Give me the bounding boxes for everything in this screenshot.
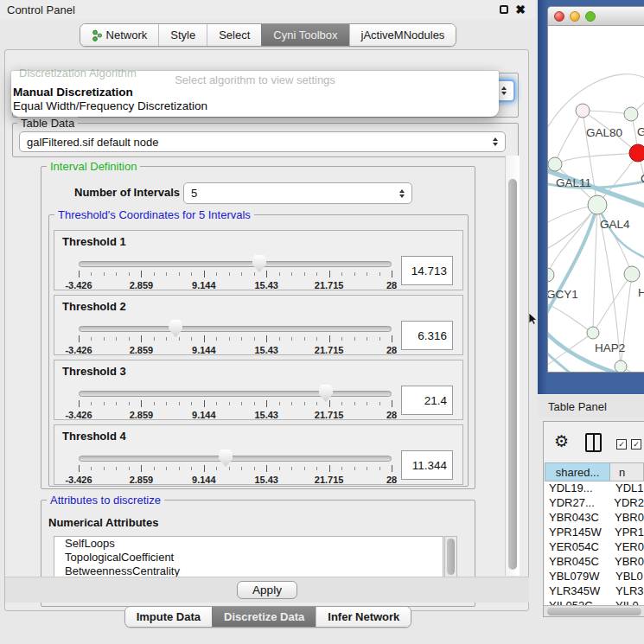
settings-gear-icon[interactable]: ⚙ xyxy=(554,431,569,450)
tab-impute-data[interactable]: Impute Data xyxy=(125,607,212,627)
right-side-area: GAL80GAGAL11CGAL4GCY1HHAP2 Table Panel ⚙… xyxy=(538,0,644,644)
table-row[interactable]: YDL19...YDL1 xyxy=(545,481,644,496)
slider-scale-labels: -3.4262.8599.14415.4321.71528 xyxy=(79,410,392,420)
network-edge-highlighted xyxy=(597,205,644,258)
network-node-node-top-right[interactable] xyxy=(624,107,638,121)
network-window-titlebar xyxy=(548,7,644,26)
threshold-2-value-field[interactable]: 6.316 xyxy=(401,321,453,350)
tab-infer-network[interactable]: Infer Network xyxy=(316,607,411,627)
table-row[interactable]: YIL052CYIL0 xyxy=(545,599,644,605)
table-row[interactable]: YDR27...YDR2 xyxy=(545,496,644,511)
threshold-1-slider-thumb[interactable] xyxy=(252,255,266,272)
network-node-gcy1[interactable] xyxy=(548,268,554,282)
threshold-2-slider[interactable]: -3.4262.8599.14415.4321.71528 xyxy=(79,318,392,353)
scale-label: 9.144 xyxy=(192,345,216,355)
attribute-item-topologicalcoefficient[interactable]: TopologicalCoefficient xyxy=(54,551,443,564)
threshold-3-slider-thumb[interactable] xyxy=(319,385,333,402)
network-node-gal4[interactable] xyxy=(588,195,607,214)
threshold-3-value-field[interactable]: 21.4 xyxy=(401,386,453,415)
tab-jactivemnodules[interactable]: jActiveMNodules xyxy=(349,24,456,46)
threshold-4-value-field[interactable]: 11.344 xyxy=(401,450,453,480)
tab-network[interactable]: Network xyxy=(80,24,159,46)
column-checkbox-icon[interactable]: ✓ xyxy=(616,439,627,450)
node-label-gal11: GAL11 xyxy=(556,176,591,189)
table-data-combobox[interactable]: galFiltered.sif default node xyxy=(19,131,506,152)
table-cell: YIL052C xyxy=(545,599,610,605)
dropdown-item-manual-discretization[interactable]: Manual Discretization xyxy=(11,86,499,99)
combo-arrows-icon xyxy=(399,189,405,198)
panel-vertical-scrollbar[interactable] xyxy=(505,156,520,576)
scale-label: 9.144 xyxy=(192,410,216,420)
table-row[interactable]: YLR345WYLR3 xyxy=(545,584,644,599)
control-panel-titlebar: Control Panel ✖ xyxy=(0,0,536,19)
threshold-4-slider[interactable]: -3.4262.8599.14415.4321.71528 xyxy=(79,448,392,482)
table-row[interactable]: YPR145WYPR1 xyxy=(545,526,644,540)
table-cell: YBR0 xyxy=(609,511,644,526)
threshold-label: Threshold 2 xyxy=(62,300,126,313)
node-label-c: C xyxy=(641,172,644,185)
scale-label: 21.715 xyxy=(315,475,344,485)
table-rows: YDL19...YDL1YDR27...YDR2YBR043CYBR0YPR14… xyxy=(545,481,644,605)
scrollbar-thumb[interactable] xyxy=(547,608,641,615)
number-of-intervals-combobox[interactable]: 5 xyxy=(183,182,412,204)
scale-label: 28 xyxy=(386,345,397,355)
slider-track[interactable] xyxy=(79,391,392,397)
close-icon[interactable]: ✖ xyxy=(515,5,526,14)
scale-label: 9.144 xyxy=(192,475,216,485)
network-node-gal11[interactable] xyxy=(548,157,562,171)
slider-ticks xyxy=(79,335,392,343)
network-edge xyxy=(555,111,583,164)
tab-select[interactable]: Select xyxy=(207,24,261,46)
tab-style[interactable]: Style xyxy=(158,24,207,46)
network-canvas[interactable]: GAL80GAGAL11CGAL4GCY1HHAP2 xyxy=(548,26,644,373)
table-row[interactable]: YBL079WYBL0 xyxy=(545,570,644,584)
dropdown-item-equal-width-frequency[interactable]: Equal Width/Frequency Discretization xyxy=(11,99,499,113)
slider-track[interactable] xyxy=(79,326,392,332)
network-node-node-right-h[interactable] xyxy=(624,266,640,282)
split-columns-icon[interactable] xyxy=(585,433,602,452)
table-row[interactable]: YBR045CYBR0 xyxy=(545,555,644,570)
attributes-list-scrollbar[interactable] xyxy=(444,536,457,577)
table-cell: YBR0 xyxy=(609,555,644,570)
node-label-gal80: GAL80 xyxy=(586,126,622,139)
threshold-3-slider[interactable]: -3.4262.8599.14415.4321.71528 xyxy=(79,383,392,418)
attribute-item-betweennesscentrality[interactable]: BetweennessCentrality xyxy=(54,564,443,577)
scale-label: 2.859 xyxy=(130,475,154,485)
attribute-item-selfloops[interactable]: SelfLoops xyxy=(54,537,443,551)
table-row[interactable]: YBR043CYBR0 xyxy=(545,511,644,526)
table-cell: YER054C xyxy=(545,540,609,555)
network-node-node-red-selected[interactable] xyxy=(629,144,644,162)
close-traffic-light-icon[interactable] xyxy=(554,11,564,22)
bottom-tab-bar: Impute DataDiscretize DataInfer Network xyxy=(0,606,536,628)
threshold-1-value-field[interactable]: 14.713 xyxy=(401,256,453,285)
column-header-shared[interactable]: shared... xyxy=(545,462,610,481)
apply-button[interactable]: Apply xyxy=(237,581,297,599)
column-checkbox-icon[interactable]: ✓ xyxy=(631,439,641,450)
threshold-4-slider-thumb[interactable] xyxy=(219,450,233,467)
network-node-gal80[interactable] xyxy=(576,104,590,118)
numerical-attributes-list[interactable]: SelfLoopsTopologicalCoefficientBetweenne… xyxy=(54,536,443,577)
scrollbar-thumb[interactable] xyxy=(508,179,517,570)
table-header-row: shared...n xyxy=(545,462,644,481)
tab-label: jActiveMNodules xyxy=(361,29,445,41)
zoom-traffic-light-icon[interactable] xyxy=(585,11,596,22)
table-cell: YBL0 xyxy=(610,570,644,584)
slider-track[interactable] xyxy=(79,261,392,267)
table-cell: YLR3 xyxy=(610,584,644,599)
number-of-intervals-value: 5 xyxy=(191,187,197,200)
tab-cyni-toolbox[interactable]: Cyni Toolbox xyxy=(261,24,348,46)
threshold-1-slider[interactable]: -3.4262.8599.14415.4321.71528 xyxy=(79,253,392,288)
tab-discretize-data[interactable]: Discretize Data xyxy=(212,607,316,627)
float-window-icon[interactable] xyxy=(500,5,508,14)
threshold-2-slider-thumb[interactable] xyxy=(169,320,182,337)
table-horizontal-scrollbar[interactable] xyxy=(544,605,644,616)
minimize-traffic-light-icon[interactable] xyxy=(570,11,580,22)
scale-label: 21.715 xyxy=(315,345,344,355)
scale-label: 2.859 xyxy=(130,280,154,290)
table-row[interactable]: YER054CYER0 xyxy=(545,540,644,555)
network-node-node-bottom[interactable] xyxy=(615,360,627,373)
network-node-hap2[interactable] xyxy=(587,327,599,339)
column-header-n[interactable]: n xyxy=(610,462,644,481)
scale-label: 21.715 xyxy=(315,280,344,290)
slider-track[interactable] xyxy=(79,456,392,462)
